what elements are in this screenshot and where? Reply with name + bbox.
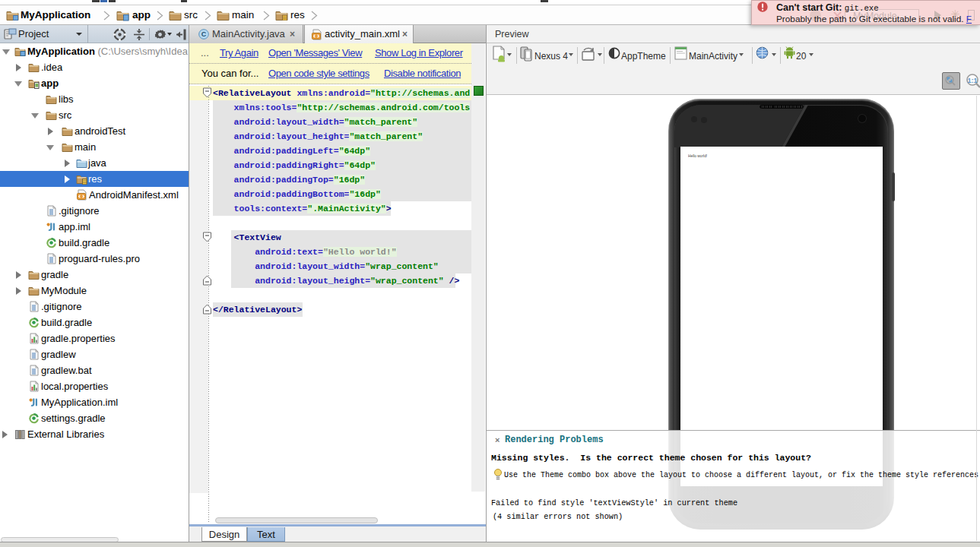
svg-text:1:1: 1:1	[967, 77, 977, 84]
svg-text:C: C	[201, 30, 207, 38]
